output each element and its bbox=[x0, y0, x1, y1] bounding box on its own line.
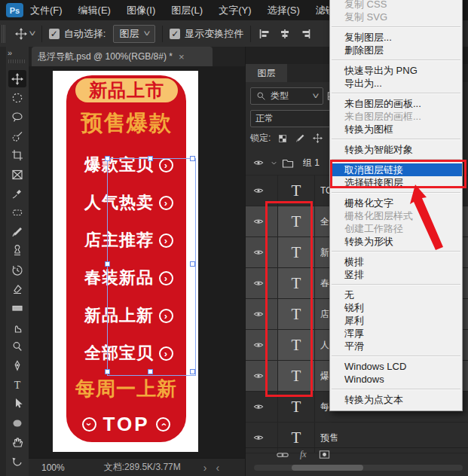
filter-type-dropdown[interactable]: .f{fill:#b5b5b5;stroke:none;} 类型 ˅ bbox=[250, 87, 323, 105]
context-menu-item[interactable]: Windows LCD bbox=[330, 360, 462, 373]
lock-position-icon[interactable]: .f{fill:#a5a5a5;stroke:none;} bbox=[312, 133, 323, 144]
transform-handle[interactable] bbox=[190, 261, 195, 267]
grip-handle[interactable] bbox=[8, 60, 25, 63]
align-center-icon[interactable]: .f{fill:#c9c9c9;stroke:none;} bbox=[278, 27, 291, 40]
quick-select-tool[interactable]: .f{fill:#c9c9c9;stroke:none;} bbox=[8, 127, 26, 145]
menu-type[interactable]: 文字(Y) bbox=[219, 4, 251, 17]
layer-name[interactable]: 预售 bbox=[320, 432, 338, 444]
menu-edit[interactable]: 编辑(E) bbox=[78, 4, 111, 17]
fx-icon[interactable]: fx bbox=[300, 449, 307, 460]
text-layer-thumbnail[interactable]: T bbox=[277, 299, 315, 329]
transform-handle[interactable] bbox=[190, 156, 195, 161]
collapse-panel-button[interactable]: » bbox=[8, 48, 13, 57]
transform-handle[interactable] bbox=[105, 156, 110, 161]
context-menu-item[interactable]: 竖排 bbox=[330, 268, 462, 281]
context-menu-item[interactable]: 转换为点文本 bbox=[330, 393, 462, 406]
text-layer-thumbnail[interactable]: T bbox=[277, 330, 315, 360]
lasso-tool[interactable]: .f{fill:#c9c9c9;stroke:none;} bbox=[8, 108, 26, 126]
close-tab-icon[interactable]: × bbox=[179, 51, 185, 63]
menu-select[interactable]: 选择(S) bbox=[267, 4, 299, 17]
lock-transparency-icon[interactable]: .f{fill:#a5a5a5;stroke:none;} bbox=[277, 133, 288, 144]
smudge-tool[interactable]: .f{fill:#c9c9c9;stroke:none;} bbox=[8, 319, 26, 336]
chevron-down-icon[interactable]: .f{fill:#bbb;stroke:none;} bbox=[270, 159, 278, 167]
eye-icon[interactable]: .f{fill:#cfcfcf;stroke:none;} bbox=[252, 277, 265, 289]
chevron-down-icon[interactable]: ˅ bbox=[29, 29, 35, 38]
context-menu-item[interactable]: 删除图层 bbox=[330, 44, 462, 56]
clone-stamp-tool[interactable]: .f{fill:#c9c9c9;stroke:none;} bbox=[8, 243, 26, 260]
patch-tool[interactable]: .f{fill:#c9c9c9;stroke:none;} bbox=[8, 204, 26, 221]
eyedropper-tool[interactable]: .f{fill:#c9c9c9;stroke:none;} bbox=[8, 185, 26, 202]
dodge-tool[interactable]: .f{fill:#c9c9c9;stroke:none;} bbox=[8, 338, 26, 355]
eye-icon[interactable]: .f{fill:#cfcfcf;stroke:none;} bbox=[252, 185, 265, 197]
menu-layer[interactable]: 图层(L) bbox=[171, 4, 203, 17]
brush-tool[interactable]: .f{fill:#c9c9c9;stroke:none;} bbox=[8, 223, 26, 240]
context-menu-item[interactable]: 转换为智能对象 bbox=[330, 143, 462, 156]
show-transform-checkbox[interactable]: ✓ bbox=[170, 29, 180, 39]
auto-select-checkbox[interactable]: ✓ bbox=[49, 29, 60, 39]
transform-handle[interactable] bbox=[190, 369, 195, 374]
context-menu-item[interactable]: 锐利 bbox=[330, 301, 462, 314]
context-menu-item[interactable]: 复制图层... bbox=[330, 31, 462, 44]
hand-tool[interactable]: .f{fill:#c9c9c9;stroke:none;} bbox=[8, 434, 26, 451]
eye-icon[interactable]: .f{fill:#cfcfcf;stroke:none;} bbox=[252, 370, 265, 382]
context-menu-item[interactable]: 浑厚 bbox=[330, 327, 462, 340]
move-tool[interactable]: .f{fill:#e8e8e8;stroke:none;} bbox=[8, 70, 26, 87]
text-layer-thumbnail[interactable]: T bbox=[277, 175, 315, 206]
context-menu-item[interactable]: 选择链接图层 bbox=[330, 176, 462, 189]
text-layer-thumbnail[interactable]: T bbox=[277, 268, 315, 298]
context-menu-item[interactable]: Windows bbox=[330, 373, 462, 386]
align-left-icon[interactable]: .f{fill:#c9c9c9;stroke:none;} bbox=[258, 27, 271, 40]
shape-tool[interactable]: .f{fill:#c9c9c9;stroke:none;} bbox=[8, 414, 26, 432]
type-tool[interactable]: .f{fill:#c9c9c9;stroke:none;}T bbox=[8, 376, 26, 393]
eye-icon[interactable]: .f{fill:#cfcfcf;stroke:none;} bbox=[252, 246, 265, 258]
document-tab[interactable]: 悬浮导航.psd @ 100%(RGB/8#) * × bbox=[32, 47, 213, 66]
eye-icon[interactable]: .f{fill:#cfcfcf;stroke:none;} bbox=[252, 432, 265, 444]
context-menu-item[interactable]: 导出为... bbox=[330, 77, 462, 90]
context-menu-item[interactable]: 来自图层的画板... bbox=[330, 97, 462, 110]
menu-image[interactable]: 图像(I) bbox=[127, 4, 155, 17]
layers-tab[interactable]: 图层 bbox=[246, 64, 287, 82]
context-menu-item[interactable]: 快速导出为 PNG bbox=[330, 64, 462, 77]
menu-file[interactable]: 文件(F) bbox=[30, 4, 63, 17]
align-right-icon[interactable]: .f{fill:#c9c9c9;stroke:none;} bbox=[298, 27, 311, 40]
pen-tool[interactable]: .f{fill:#c9c9c9;stroke:none;} bbox=[8, 357, 26, 374]
context-menu-item[interactable]: 栅格化文字 bbox=[330, 197, 462, 209]
eye-icon[interactable]: .f{fill:#cfcfcf;stroke:none;} bbox=[252, 401, 265, 413]
eraser-tool[interactable]: .f{fill:#c9c9c9;stroke:none;} bbox=[8, 280, 26, 298]
frame-tool[interactable]: .f{fill:#c9c9c9;stroke:none;} bbox=[8, 166, 26, 183]
link-icon[interactable]: .f{fill:#a8a8a8;stroke:none;} bbox=[276, 448, 289, 461]
layer-name[interactable]: 组 1 bbox=[303, 157, 320, 169]
text-layer-thumbnail[interactable]: T bbox=[277, 237, 315, 267]
context-menu-item[interactable]: 犀利 bbox=[330, 314, 462, 327]
context-menu-item[interactable]: 无 bbox=[330, 288, 462, 301]
lock-paint-icon[interactable]: .f{fill:#a5a5a5;stroke:none;} bbox=[295, 133, 305, 144]
crop-tool[interactable]: .f{fill:#c9c9c9;stroke:none;} bbox=[8, 147, 26, 164]
context-menu-item[interactable]: 转换为图框 bbox=[330, 123, 462, 136]
mask-icon[interactable]: .f{fill:#a8a8a8;stroke:none;} bbox=[318, 448, 331, 461]
zoom-level-field[interactable]: 100% bbox=[41, 462, 65, 473]
transform-handle[interactable] bbox=[148, 156, 153, 161]
context-menu-item[interactable]: 转换为形状 bbox=[330, 235, 462, 248]
blend-mode-dropdown[interactable]: 正常 bbox=[250, 110, 336, 127]
transform-handle[interactable] bbox=[105, 261, 110, 267]
marquee-tool[interactable]: .f{fill:#c9c9c9;stroke:none;} bbox=[8, 89, 26, 106]
context-menu-item[interactable]: 横排 bbox=[330, 255, 462, 268]
scrollbar-thumb[interactable] bbox=[292, 465, 363, 471]
context-menu-item[interactable]: 平滑 bbox=[330, 340, 462, 352]
text-layer-thumbnail[interactable]: T bbox=[277, 361, 315, 391]
auto-select-target-dropdown[interactable]: 图层 ˅ bbox=[113, 25, 155, 43]
history-brush-tool[interactable]: .f{fill:#c9c9c9;stroke:none;} bbox=[8, 261, 26, 279]
chevron-left-icon[interactable]: ‹ bbox=[216, 462, 219, 474]
transform-handle[interactable] bbox=[148, 369, 153, 374]
text-layer-thumbnail[interactable]: T bbox=[277, 206, 315, 236]
chevron-right-icon[interactable]: › bbox=[203, 462, 207, 474]
gradient-tool[interactable]: .f{fill:#c9c9c9;stroke:none;} bbox=[8, 300, 26, 317]
transform-handle[interactable] bbox=[105, 369, 110, 374]
selection-bounding-box[interactable] bbox=[107, 158, 196, 376]
path-select-tool[interactable]: .f{fill:#c9c9c9;stroke:none;} bbox=[8, 395, 26, 413]
eye-icon[interactable]: .f{fill:#cfcfcf;stroke:none;} bbox=[252, 215, 265, 227]
eye-icon[interactable]: .f{fill:#cfcfcf;stroke:none;} bbox=[252, 308, 265, 320]
context-menu-item[interactable]: 取消图层链接 bbox=[330, 163, 462, 176]
rotate-view-tool[interactable]: .f{fill:#c9c9c9;stroke:none;} bbox=[8, 453, 26, 470]
eye-icon[interactable]: .f{fill:#cfcfcf;stroke:none;} bbox=[252, 157, 265, 169]
